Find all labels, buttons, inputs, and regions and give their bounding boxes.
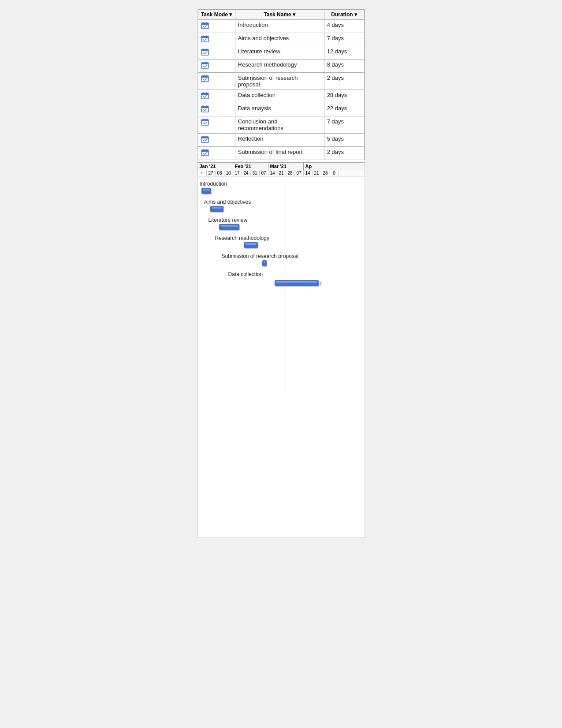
task-mode-icon — [201, 48, 209, 57]
dropdown-icon-name[interactable]: ▾ — [293, 11, 295, 18]
gantt-label-aims: Aims and objectives — [204, 199, 365, 205]
task-mode-icon — [201, 149, 209, 157]
task-duration-cell: 12 days — [324, 46, 364, 60]
task-mode-cell — [198, 73, 235, 90]
gantt-section: Jan '21 Feb '21 Mar '21 Ap › 27 03 10 17… — [198, 162, 365, 397]
svg-rect-37 — [201, 150, 208, 152]
task-name-cell: Introduction — [235, 20, 324, 33]
svg-rect-5 — [201, 36, 208, 38]
gantt-label-methodology: Research methodology — [215, 235, 365, 241]
table-row: Reflection5 days — [198, 134, 364, 147]
gantt-bar-aims — [210, 206, 223, 212]
task-duration-cell: 28 days — [324, 90, 364, 103]
day-cell: 21 — [313, 170, 321, 176]
gantt-row-aims: Aims and objectives — [200, 199, 365, 213]
gantt-bar-data-collection — [275, 280, 319, 286]
gantt-row-research-proposal: Submission of research proposal — [200, 253, 365, 268]
task-name-cell: Literature review — [235, 46, 324, 60]
task-mode-icon — [201, 135, 209, 144]
gantt-continue-arrow: › — [320, 278, 322, 287]
svg-rect-1 — [201, 23, 208, 25]
mode-label: Task Mode — [201, 11, 228, 18]
gantt-bar-literature — [219, 224, 239, 230]
task-duration-cell: 7 days — [324, 116, 364, 134]
task-mode-icon — [201, 35, 209, 44]
svg-rect-9 — [201, 49, 208, 51]
task-mode-icon — [201, 118, 209, 127]
task-mode-icon — [201, 105, 209, 114]
table-row: Submission of research proposal2 days — [198, 73, 364, 90]
task-mode-cell — [198, 33, 235, 46]
table-row: Introduction4 days — [198, 20, 364, 33]
day-cell: 21 — [277, 170, 286, 176]
day-cell: 10 — [224, 170, 233, 176]
gantt-bar-research-proposal — [262, 260, 267, 266]
name-label: Task Name — [264, 11, 291, 18]
task-mode-cell — [198, 103, 235, 116]
task-duration-cell: 5 days — [324, 134, 364, 147]
gantt-bar-methodology — [244, 242, 258, 248]
task-mode-cell — [198, 116, 235, 134]
task-name-cell: Data collection — [235, 90, 324, 103]
task-mode-icon — [201, 61, 209, 70]
day-cell: 14 — [304, 170, 313, 176]
svg-rect-13 — [201, 63, 208, 64]
day-cell: 27 — [207, 170, 216, 176]
day-cell: 14 — [268, 170, 277, 176]
col-header-duration[interactable]: Duration ▾ — [324, 10, 364, 20]
month-feb: Feb '21 — [233, 163, 268, 170]
dropdown-icon-duration[interactable]: ▾ — [354, 11, 357, 18]
svg-rect-29 — [201, 119, 208, 121]
day-cell: 28 — [321, 170, 330, 176]
task-mode-cell — [198, 46, 235, 60]
task-name-cell: Research methodology — [235, 60, 324, 73]
gantt-row-literature: Literature review — [200, 217, 365, 231]
gantt-label-data-collection: Data collection — [228, 271, 365, 277]
day-cell: › — [198, 170, 207, 176]
svg-rect-33 — [201, 137, 208, 138]
task-name-cell: Reflection — [235, 134, 324, 147]
dropdown-icon-mode[interactable]: ▾ — [229, 11, 232, 18]
col-header-mode[interactable]: Task Mode ▾ — [198, 10, 235, 20]
day-cell: 0 — [330, 170, 339, 176]
table-row: Submission of final report2 days — [198, 147, 364, 160]
month-apr: Ap — [304, 163, 339, 170]
gantt-bar-introduction — [201, 188, 211, 194]
gantt-row-introduction: Introduction — [200, 181, 365, 195]
month-jan: Jan '21 — [198, 163, 233, 170]
day-cell: 03 — [216, 170, 224, 176]
gantt-label-introduction: Introduction — [200, 181, 365, 187]
task-mode-icon — [201, 75, 209, 83]
task-name-cell: Aims and objectives — [235, 33, 324, 46]
duration-label: Duration — [331, 11, 353, 18]
task-mode-cell — [198, 147, 235, 160]
task-name-cell: Submission of final report — [235, 147, 324, 160]
table-row: Aims and objectives7 days — [198, 33, 364, 46]
table-row: Conclusion and recommendations7 days — [198, 116, 364, 134]
task-name-cell: Conclusion and recommendations — [235, 116, 324, 134]
gantt-row-methodology: Research methodology — [200, 235, 365, 250]
svg-rect-25 — [201, 106, 208, 108]
month-mar: Mar '21 — [268, 163, 304, 170]
day-cell: 31 — [251, 170, 260, 176]
task-mode-cell — [198, 20, 235, 33]
table-row: Data collection28 days — [198, 90, 364, 103]
gantt-chart-container: Task Mode ▾ Task Name ▾ Duration ▾ Intro… — [197, 9, 365, 538]
task-duration-cell: 4 days — [324, 20, 364, 33]
gantt-label-literature: Literature review — [208, 217, 365, 223]
task-duration-cell: 22 days — [324, 103, 364, 116]
gantt-days-row: › 27 03 10 17 24 31 07 14 21 28 07 14 21… — [198, 170, 365, 176]
day-cell: 28 — [286, 170, 295, 176]
col-header-name[interactable]: Task Name ▾ — [235, 10, 324, 20]
task-mode-cell — [198, 90, 235, 103]
task-duration-cell: 2 days — [324, 147, 364, 160]
table-row: Research methodology8 days — [198, 60, 364, 73]
task-mode-icon — [201, 22, 209, 30]
gantt-month-header: Jan '21 Feb '21 Mar '21 Ap — [198, 163, 365, 170]
task-name-cell: Submission of research proposal — [235, 73, 324, 90]
table-row: Literature review12 days — [198, 46, 364, 60]
task-duration-cell: 2 days — [324, 73, 364, 90]
table-row: Data anaysis22 days — [198, 103, 364, 116]
day-cell: 07 — [295, 170, 304, 176]
task-mode-cell — [198, 134, 235, 147]
